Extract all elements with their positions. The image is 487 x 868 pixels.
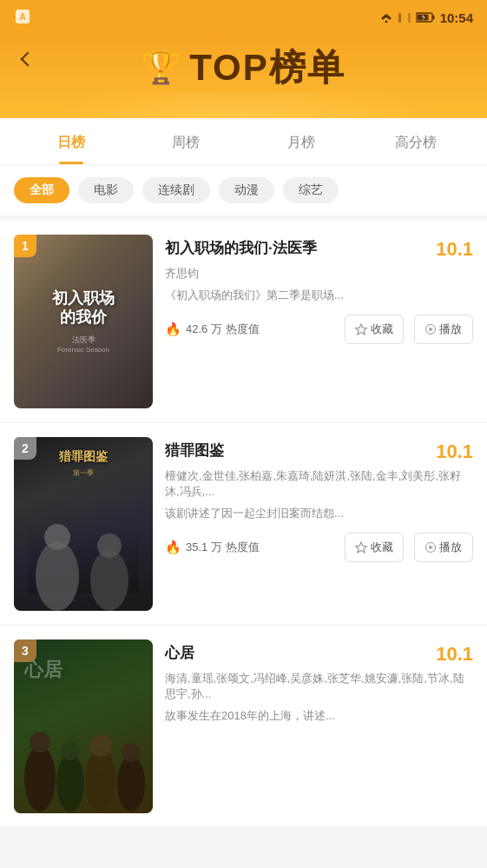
filter-anime[interactable]: 动漫 <box>219 177 274 203</box>
tab-top-rated[interactable]: 高分榜 <box>359 118 473 164</box>
cover-figures-2 <box>14 498 153 611</box>
svg-point-23 <box>89 734 112 757</box>
tab-weekly[interactable]: 周榜 <box>128 118 243 164</box>
item-score-2: 10.1 <box>436 441 473 463</box>
filter-movie[interactable]: 电影 <box>78 177 134 203</box>
svg-point-19 <box>30 732 50 752</box>
svg-point-25 <box>122 743 141 762</box>
svg-point-11 <box>36 541 79 611</box>
rank-badge-2: 2 <box>14 437 36 460</box>
filter-variety[interactable]: 综艺 <box>283 177 339 203</box>
svg-point-12 <box>44 524 70 550</box>
status-bar: A 10:54 <box>0 0 487 35</box>
header-decoration <box>0 92 487 118</box>
battery-icon <box>416 12 435 23</box>
wifi-icon <box>379 12 393 23</box>
svg-marker-15 <box>356 542 367 553</box>
item-author-1: 齐思钧 <box>165 266 473 282</box>
header: 🏆 TOP榜单 <box>0 35 487 118</box>
item-actions-2: 🔥 35.1 万 热度值 收藏 播放 <box>165 533 473 562</box>
tabs-container: 日榜 周榜 月榜 高分榜 <box>0 118 487 165</box>
heat-value-1: 42.6 万 热度值 <box>186 321 260 337</box>
header-title: 🏆 TOP榜单 <box>0 43 487 92</box>
svg-text:A: A <box>19 12 25 22</box>
svg-point-24 <box>117 756 145 812</box>
item-title-1: 初入职场的我们·法医季 <box>165 238 429 258</box>
heat-info-1: 🔥 42.6 万 热度值 <box>165 321 334 337</box>
item-desc-1: 《初入职场的我们》第二季是职场... <box>165 287 473 304</box>
tab-bar: 日榜 周榜 月榜 高分榜 <box>14 118 473 164</box>
item-info-1: 初入职场的我们·法医季 10.1 齐思钧 《初入职场的我们》第二季是职场... … <box>165 235 473 408</box>
time-display: 10:54 <box>440 10 473 25</box>
svg-point-13 <box>90 550 128 611</box>
fire-icon-1: 🔥 <box>165 321 181 337</box>
play-button-2[interactable]: 播放 <box>414 533 473 562</box>
svg-point-18 <box>24 745 56 812</box>
play-icon-1 <box>425 324 436 335</box>
svg-marker-8 <box>356 324 367 335</box>
item-cover-3[interactable]: 心居 <box>14 639 153 813</box>
back-button[interactable] <box>14 45 42 73</box>
play-icon-2 <box>425 542 436 553</box>
list-item: 3 心居 心居 10.1 <box>0 626 487 828</box>
item-desc-2: 该剧讲述了因一起尘封旧案而结怨... <box>165 505 473 522</box>
item-author-2: 檀健次,金世佳,张柏嘉,朱嘉琦,陆妍淇,张陆,金丰,刘美彤,张籽沐,冯兵,... <box>165 468 473 500</box>
tab-monthly[interactable]: 月榜 <box>244 118 359 164</box>
item-info-2: 猎罪图鉴 10.1 檀健次,金世佳,张柏嘉,朱嘉琦,陆妍淇,张陆,金丰,刘美彤,… <box>165 437 473 611</box>
star-icon-1 <box>355 323 367 335</box>
item-cover-1[interactable]: 初入职场的我价 法医季 Forensic Season <box>14 235 153 408</box>
item-score-3: 10.1 <box>436 643 473 666</box>
svg-rect-4 <box>398 13 401 23</box>
cover-figures-3 <box>14 683 153 813</box>
svg-point-20 <box>56 754 84 812</box>
filter-bar: 全部 电影 连续剧 动漫 综艺 <box>0 165 487 221</box>
svg-rect-6 <box>432 16 434 20</box>
favorite-button-2[interactable]: 收藏 <box>345 533 404 562</box>
trophy-icon: 🏆 <box>141 50 181 86</box>
heat-info-2: 🔥 35.1 万 热度值 <box>165 540 334 555</box>
item-score-1: 10.1 <box>436 238 473 261</box>
svg-point-14 <box>97 533 122 558</box>
play-button-1[interactable]: 播放 <box>414 315 473 344</box>
list-item: 1 初入职场的我价 法医季 Forensic Season 初入职场的我们·法医… <box>0 221 487 423</box>
svg-point-22 <box>85 749 116 812</box>
item-info-3: 心居 10.1 海清,童瑶,张颂文,冯绍峰,吴彦姝,张芝华,姚安濂,张陆,节冰,… <box>165 639 473 813</box>
item-title-3: 心居 <box>165 643 429 663</box>
svg-rect-3 <box>408 13 411 23</box>
content-list: 1 初入职场的我价 法医季 Forensic Season 初入职场的我们·法医… <box>0 221 487 828</box>
rank-badge-1: 1 <box>14 235 36 257</box>
filter-series[interactable]: 连续剧 <box>142 177 210 203</box>
favorite-button-1[interactable]: 收藏 <box>345 315 404 344</box>
svg-marker-17 <box>430 545 434 549</box>
list-item: 2 猎罪图鉴 第一季 猎罪图鉴 10.1 檀健次,金世佳,张 <box>0 423 487 626</box>
svg-point-2 <box>385 21 387 23</box>
item-actions-1: 🔥 42.6 万 热度值 收藏 播放 <box>165 315 473 344</box>
item-desc-3: 故事发生在2018年的上海，讲述... <box>165 707 473 725</box>
svg-marker-10 <box>430 327 434 331</box>
signal-icon <box>398 12 411 23</box>
page-title: TOP榜单 <box>189 43 346 92</box>
star-icon-2 <box>355 541 367 553</box>
item-title-2: 猎罪图鉴 <box>165 441 429 461</box>
item-cover-2[interactable]: 猎罪图鉴 第一季 <box>14 437 153 611</box>
app-icon: A <box>14 8 31 28</box>
item-author-3: 海清,童瑶,张颂文,冯绍峰,吴彦姝,张芝华,姚安濂,张陆,节冰,陆思宇,孙... <box>165 671 473 702</box>
tab-daily[interactable]: 日榜 <box>14 118 128 164</box>
fire-icon-2: 🔥 <box>165 540 181 555</box>
filter-all[interactable]: 全部 <box>14 177 69 203</box>
heat-value-2: 35.1 万 热度值 <box>186 540 260 555</box>
svg-point-21 <box>61 741 80 760</box>
rank-badge-3: 3 <box>14 639 36 662</box>
status-icons: 10:54 <box>379 10 473 25</box>
